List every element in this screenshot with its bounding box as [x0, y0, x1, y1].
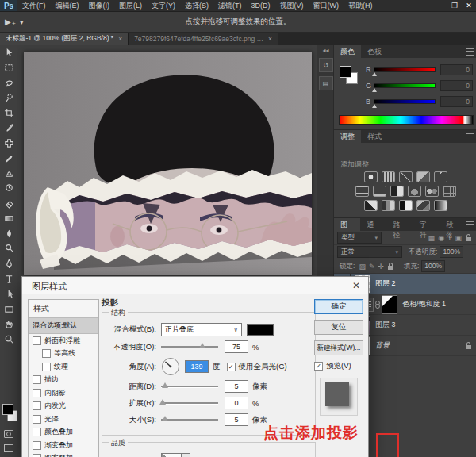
filter-adjustment-layers-icon[interactable]: ◉	[438, 234, 444, 242]
brush-tool[interactable]	[0, 151, 17, 166]
foreground-color-swatch[interactable]	[340, 66, 351, 78]
color-fg-bg-swatches[interactable]	[340, 66, 360, 86]
checkbox-icon[interactable]	[42, 349, 51, 358]
document-image[interactable]	[24, 52, 312, 275]
tab-paths[interactable]: 路径	[387, 218, 413, 231]
channel-mixer-icon[interactable]	[425, 186, 439, 197]
style-item-stroke[interactable]: 描边	[29, 374, 98, 387]
quick-selection-tool[interactable]	[0, 90, 17, 106]
tab-channels[interactable]: 通道	[360, 218, 386, 231]
history-brush-tool[interactable]	[0, 181, 17, 196]
red-slider[interactable]	[374, 67, 436, 72]
path-selection-tool[interactable]	[0, 286, 17, 301]
menu-view[interactable]: 视图(V)	[275, 0, 309, 11]
style-item-contour[interactable]: 等高线	[29, 348, 98, 361]
photo-filter-icon[interactable]	[408, 186, 421, 197]
maximize-button[interactable]: ❐	[447, 0, 462, 11]
invert-icon[interactable]	[364, 200, 378, 211]
color-lookup-icon[interactable]	[443, 186, 456, 197]
document-tab-inactive[interactable]: 7e798279f647efda4ffe25fc69ae3cfc.png … ×	[129, 33, 278, 45]
pen-tool[interactable]	[0, 256, 17, 271]
exposure-icon[interactable]	[416, 171, 430, 182]
dodge-tool[interactable]	[0, 241, 17, 256]
tab-adjustments[interactable]: 调整	[334, 130, 361, 143]
preview-checkbox[interactable]	[314, 362, 323, 371]
lock-all-icon[interactable]	[388, 266, 393, 270]
layer-name[interactable]: 色相/饱和度 1	[402, 299, 446, 309]
lock-transparency-icon[interactable]: ▨	[359, 263, 366, 271]
tab-character[interactable]: 字符	[413, 218, 440, 231]
lasso-tool[interactable]	[0, 75, 17, 90]
tab-swatches[interactable]: 色板	[361, 45, 388, 58]
checkbox-icon[interactable]	[33, 428, 41, 436]
checkbox-icon[interactable]	[33, 454, 41, 457]
layer-name[interactable]: 图层 3	[375, 320, 396, 330]
checkbox-icon[interactable]	[33, 336, 41, 345]
curves-icon[interactable]	[399, 171, 413, 182]
tab-layers[interactable]: 图层	[334, 218, 360, 231]
global-light-checkbox[interactable]	[227, 363, 236, 371]
distance-field[interactable]: 5	[225, 380, 248, 393]
menu-file[interactable]: 文件(F)	[17, 0, 51, 11]
contour-dropdown-icon[interactable]: ▾	[182, 453, 190, 457]
style-item-satin[interactable]: 光泽	[29, 413, 98, 426]
threshold-icon[interactable]	[399, 200, 413, 211]
color-balance-icon[interactable]	[373, 186, 386, 197]
gradient-map-icon[interactable]	[434, 200, 447, 211]
style-item-color-overlay[interactable]: 颜色叠加	[29, 426, 98, 440]
tab-styles[interactable]: 样式	[361, 130, 388, 143]
vibrance-icon[interactable]	[434, 171, 447, 182]
clone-stamp-tool[interactable]	[0, 166, 17, 181]
menu-3d[interactable]: 3D(D)	[247, 0, 275, 11]
screen-mode-button[interactable]	[0, 442, 17, 455]
tab-paragraph[interactable]: 段落	[440, 218, 466, 231]
blue-value-field[interactable]: 0	[440, 96, 473, 107]
style-item-inner-glow[interactable]: 内发光	[29, 400, 98, 413]
opacity-value[interactable]: 100%	[440, 246, 463, 258]
checkbox-icon[interactable]	[33, 415, 41, 424]
blend-mode-dropdown[interactable]: 正常▾	[337, 246, 402, 258]
menu-layer[interactable]: 图层(L)	[114, 0, 147, 11]
foreground-background-swatches[interactable]	[2, 404, 17, 424]
green-value-field[interactable]: 0	[440, 80, 473, 91]
layer-name[interactable]: 背景	[375, 340, 390, 351]
green-slider[interactable]	[374, 83, 436, 88]
panel-menu-icon[interactable]	[466, 133, 474, 140]
new-style-button[interactable]: 新建样式(W)...	[314, 340, 363, 355]
black-white-icon[interactable]	[390, 186, 404, 197]
expand-panels-icon[interactable]: ◂◂	[317, 47, 334, 54]
ok-button[interactable]: 确定	[314, 299, 363, 314]
panel-menu-icon[interactable]	[466, 221, 474, 228]
style-item-inner-shadow[interactable]: 内阴影	[29, 386, 98, 400]
style-item-bevel-emboss[interactable]: 斜面和浮雕	[29, 334, 98, 348]
marquee-tool[interactable]	[0, 60, 17, 75]
close-button[interactable]: ✕	[462, 0, 476, 11]
filter-type-layers-icon[interactable]: T	[447, 234, 452, 242]
move-tool[interactable]	[0, 45, 17, 60]
filter-kind-dropdown[interactable]: 类型▾	[337, 232, 382, 244]
menu-edit[interactable]: 编辑(E)	[51, 0, 84, 11]
menu-select[interactable]: 选择(S)	[180, 0, 213, 11]
spread-field[interactable]: 0	[225, 397, 248, 409]
levels-icon[interactable]	[382, 171, 395, 182]
properties-panel-icon[interactable]: ▤	[319, 76, 333, 90]
tab-color[interactable]: 颜色	[334, 45, 361, 58]
blue-slider[interactable]	[374, 99, 436, 104]
distance-slider[interactable]	[161, 386, 218, 388]
checkbox-icon[interactable]	[33, 401, 41, 410]
menu-filter[interactable]: 滤镜(T)	[213, 0, 247, 11]
dialog-close-icon[interactable]: ✕	[352, 280, 360, 291]
checkbox-icon[interactable]	[33, 389, 41, 397]
angle-field[interactable]: 139	[185, 360, 209, 373]
style-item-texture[interactable]: 纹理	[29, 360, 98, 374]
crop-tool[interactable]	[0, 106, 17, 121]
checkbox-icon[interactable]	[42, 363, 51, 371]
brightness-contrast-icon[interactable]	[364, 171, 378, 182]
filter-shape-layers-icon[interactable]: ▣	[455, 234, 462, 242]
style-item-pattern-overlay[interactable]: 图案叠加	[29, 452, 98, 457]
fill-value[interactable]: 100%	[421, 260, 445, 272]
tab-close-icon[interactable]: ×	[118, 35, 122, 43]
menu-window[interactable]: 窗口(W)	[309, 0, 344, 11]
blending-options-item[interactable]: 混合选项:默认	[29, 317, 98, 334]
dialog-title-bar[interactable]: 图层样式 ✕	[22, 277, 368, 294]
